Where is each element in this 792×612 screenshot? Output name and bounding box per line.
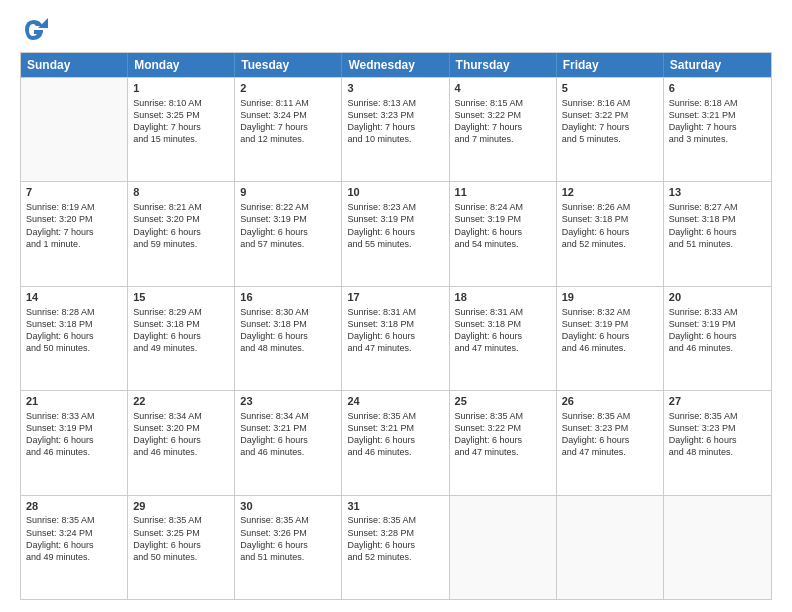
cell-info: Sunrise: 8:35 AM Sunset: 3:22 PM Dayligh… bbox=[455, 410, 551, 459]
day-number: 15 bbox=[133, 290, 229, 305]
cell-info: Sunrise: 8:22 AM Sunset: 3:19 PM Dayligh… bbox=[240, 201, 336, 250]
cal-cell: 8Sunrise: 8:21 AM Sunset: 3:20 PM Daylig… bbox=[128, 182, 235, 285]
day-number: 17 bbox=[347, 290, 443, 305]
cal-cell: 17Sunrise: 8:31 AM Sunset: 3:18 PM Dayli… bbox=[342, 287, 449, 390]
cal-cell: 6Sunrise: 8:18 AM Sunset: 3:21 PM Daylig… bbox=[664, 78, 771, 181]
cal-cell: 30Sunrise: 8:35 AM Sunset: 3:26 PM Dayli… bbox=[235, 496, 342, 599]
cal-cell: 21Sunrise: 8:33 AM Sunset: 3:19 PM Dayli… bbox=[21, 391, 128, 494]
cal-cell: 26Sunrise: 8:35 AM Sunset: 3:23 PM Dayli… bbox=[557, 391, 664, 494]
day-number: 6 bbox=[669, 81, 766, 96]
day-number: 28 bbox=[26, 499, 122, 514]
day-number: 11 bbox=[455, 185, 551, 200]
cell-info: Sunrise: 8:35 AM Sunset: 3:26 PM Dayligh… bbox=[240, 514, 336, 563]
day-number: 3 bbox=[347, 81, 443, 96]
day-number: 5 bbox=[562, 81, 658, 96]
day-number: 9 bbox=[240, 185, 336, 200]
cal-cell: 9Sunrise: 8:22 AM Sunset: 3:19 PM Daylig… bbox=[235, 182, 342, 285]
day-number: 2 bbox=[240, 81, 336, 96]
cell-info: Sunrise: 8:27 AM Sunset: 3:18 PM Dayligh… bbox=[669, 201, 766, 250]
cal-cell: 1Sunrise: 8:10 AM Sunset: 3:25 PM Daylig… bbox=[128, 78, 235, 181]
header-day-saturday: Saturday bbox=[664, 53, 771, 77]
cal-cell: 14Sunrise: 8:28 AM Sunset: 3:18 PM Dayli… bbox=[21, 287, 128, 390]
week-row-2: 7Sunrise: 8:19 AM Sunset: 3:20 PM Daylig… bbox=[21, 181, 771, 285]
cell-info: Sunrise: 8:34 AM Sunset: 3:20 PM Dayligh… bbox=[133, 410, 229, 459]
cal-cell bbox=[21, 78, 128, 181]
cal-cell: 29Sunrise: 8:35 AM Sunset: 3:25 PM Dayli… bbox=[128, 496, 235, 599]
day-number: 23 bbox=[240, 394, 336, 409]
calendar-header: SundayMondayTuesdayWednesdayThursdayFrid… bbox=[21, 53, 771, 77]
cell-info: Sunrise: 8:35 AM Sunset: 3:21 PM Dayligh… bbox=[347, 410, 443, 459]
day-number: 20 bbox=[669, 290, 766, 305]
cell-info: Sunrise: 8:29 AM Sunset: 3:18 PM Dayligh… bbox=[133, 306, 229, 355]
header-day-monday: Monday bbox=[128, 53, 235, 77]
header bbox=[20, 16, 772, 44]
week-row-4: 21Sunrise: 8:33 AM Sunset: 3:19 PM Dayli… bbox=[21, 390, 771, 494]
cell-info: Sunrise: 8:34 AM Sunset: 3:21 PM Dayligh… bbox=[240, 410, 336, 459]
header-day-tuesday: Tuesday bbox=[235, 53, 342, 77]
day-number: 29 bbox=[133, 499, 229, 514]
cell-info: Sunrise: 8:35 AM Sunset: 3:24 PM Dayligh… bbox=[26, 514, 122, 563]
day-number: 14 bbox=[26, 290, 122, 305]
cell-info: Sunrise: 8:35 AM Sunset: 3:28 PM Dayligh… bbox=[347, 514, 443, 563]
cal-cell: 25Sunrise: 8:35 AM Sunset: 3:22 PM Dayli… bbox=[450, 391, 557, 494]
cell-info: Sunrise: 8:35 AM Sunset: 3:23 PM Dayligh… bbox=[669, 410, 766, 459]
day-number: 4 bbox=[455, 81, 551, 96]
cell-info: Sunrise: 8:30 AM Sunset: 3:18 PM Dayligh… bbox=[240, 306, 336, 355]
cal-cell: 10Sunrise: 8:23 AM Sunset: 3:19 PM Dayli… bbox=[342, 182, 449, 285]
cell-info: Sunrise: 8:16 AM Sunset: 3:22 PM Dayligh… bbox=[562, 97, 658, 146]
cal-cell: 5Sunrise: 8:16 AM Sunset: 3:22 PM Daylig… bbox=[557, 78, 664, 181]
logo bbox=[20, 16, 52, 44]
day-number: 8 bbox=[133, 185, 229, 200]
calendar-body: 1Sunrise: 8:10 AM Sunset: 3:25 PM Daylig… bbox=[21, 77, 771, 599]
cal-cell: 16Sunrise: 8:30 AM Sunset: 3:18 PM Dayli… bbox=[235, 287, 342, 390]
day-number: 27 bbox=[669, 394, 766, 409]
logo-icon bbox=[20, 16, 48, 44]
day-number: 24 bbox=[347, 394, 443, 409]
cell-info: Sunrise: 8:31 AM Sunset: 3:18 PM Dayligh… bbox=[347, 306, 443, 355]
cal-cell: 11Sunrise: 8:24 AM Sunset: 3:19 PM Dayli… bbox=[450, 182, 557, 285]
week-row-5: 28Sunrise: 8:35 AM Sunset: 3:24 PM Dayli… bbox=[21, 495, 771, 599]
cal-cell: 19Sunrise: 8:32 AM Sunset: 3:19 PM Dayli… bbox=[557, 287, 664, 390]
day-number: 12 bbox=[562, 185, 658, 200]
cell-info: Sunrise: 8:23 AM Sunset: 3:19 PM Dayligh… bbox=[347, 201, 443, 250]
day-number: 26 bbox=[562, 394, 658, 409]
week-row-1: 1Sunrise: 8:10 AM Sunset: 3:25 PM Daylig… bbox=[21, 77, 771, 181]
cal-cell: 23Sunrise: 8:34 AM Sunset: 3:21 PM Dayli… bbox=[235, 391, 342, 494]
day-number: 22 bbox=[133, 394, 229, 409]
cal-cell bbox=[450, 496, 557, 599]
cal-cell: 27Sunrise: 8:35 AM Sunset: 3:23 PM Dayli… bbox=[664, 391, 771, 494]
cal-cell: 13Sunrise: 8:27 AM Sunset: 3:18 PM Dayli… bbox=[664, 182, 771, 285]
cal-cell: 31Sunrise: 8:35 AM Sunset: 3:28 PM Dayli… bbox=[342, 496, 449, 599]
cal-cell: 28Sunrise: 8:35 AM Sunset: 3:24 PM Dayli… bbox=[21, 496, 128, 599]
day-number: 13 bbox=[669, 185, 766, 200]
cell-info: Sunrise: 8:10 AM Sunset: 3:25 PM Dayligh… bbox=[133, 97, 229, 146]
cal-cell: 4Sunrise: 8:15 AM Sunset: 3:22 PM Daylig… bbox=[450, 78, 557, 181]
cal-cell: 15Sunrise: 8:29 AM Sunset: 3:18 PM Dayli… bbox=[128, 287, 235, 390]
header-day-sunday: Sunday bbox=[21, 53, 128, 77]
cell-info: Sunrise: 8:24 AM Sunset: 3:19 PM Dayligh… bbox=[455, 201, 551, 250]
cell-info: Sunrise: 8:13 AM Sunset: 3:23 PM Dayligh… bbox=[347, 97, 443, 146]
cal-cell bbox=[664, 496, 771, 599]
cell-info: Sunrise: 8:35 AM Sunset: 3:25 PM Dayligh… bbox=[133, 514, 229, 563]
cell-info: Sunrise: 8:19 AM Sunset: 3:20 PM Dayligh… bbox=[26, 201, 122, 250]
header-day-friday: Friday bbox=[557, 53, 664, 77]
day-number: 10 bbox=[347, 185, 443, 200]
day-number: 21 bbox=[26, 394, 122, 409]
day-number: 19 bbox=[562, 290, 658, 305]
day-number: 30 bbox=[240, 499, 336, 514]
cell-info: Sunrise: 8:28 AM Sunset: 3:18 PM Dayligh… bbox=[26, 306, 122, 355]
page: SundayMondayTuesdayWednesdayThursdayFrid… bbox=[0, 0, 792, 612]
cell-info: Sunrise: 8:33 AM Sunset: 3:19 PM Dayligh… bbox=[669, 306, 766, 355]
week-row-3: 14Sunrise: 8:28 AM Sunset: 3:18 PM Dayli… bbox=[21, 286, 771, 390]
cal-cell bbox=[557, 496, 664, 599]
cal-cell: 12Sunrise: 8:26 AM Sunset: 3:18 PM Dayli… bbox=[557, 182, 664, 285]
calendar: SundayMondayTuesdayWednesdayThursdayFrid… bbox=[20, 52, 772, 600]
cell-info: Sunrise: 8:11 AM Sunset: 3:24 PM Dayligh… bbox=[240, 97, 336, 146]
cell-info: Sunrise: 8:21 AM Sunset: 3:20 PM Dayligh… bbox=[133, 201, 229, 250]
header-day-wednesday: Wednesday bbox=[342, 53, 449, 77]
cell-info: Sunrise: 8:32 AM Sunset: 3:19 PM Dayligh… bbox=[562, 306, 658, 355]
cell-info: Sunrise: 8:15 AM Sunset: 3:22 PM Dayligh… bbox=[455, 97, 551, 146]
day-number: 7 bbox=[26, 185, 122, 200]
day-number: 31 bbox=[347, 499, 443, 514]
day-number: 16 bbox=[240, 290, 336, 305]
